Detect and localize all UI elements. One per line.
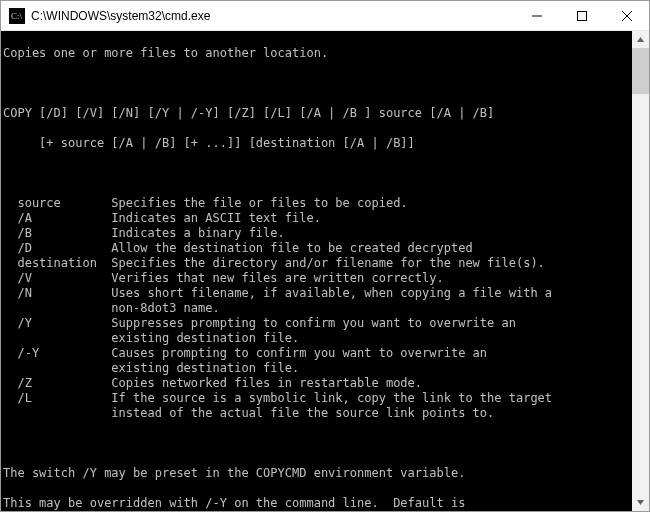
param-line: /B Indicates a binary file. <box>3 226 630 241</box>
text-line: This may be overridden with /-Y on the c… <box>3 496 630 511</box>
scroll-thumb[interactable] <box>632 48 649 94</box>
param-line: destination Specifies the directory and/… <box>3 256 630 271</box>
scroll-down-button[interactable] <box>632 494 649 511</box>
text-line: The switch /Y may be preset in the COPYC… <box>3 466 630 481</box>
titlebar[interactable]: C:\ C:\WINDOWS\system32\cmd.exe <box>1 1 649 31</box>
syntax-line: COPY [/D] [/V] [/N] [/Y | /-Y] [/Z] [/L]… <box>3 106 630 121</box>
param-line: /A Indicates an ASCII text file. <box>3 211 630 226</box>
svg-marker-7 <box>637 500 644 505</box>
param-line: /Z Copies networked files in restartable… <box>3 376 630 391</box>
text-line: Copies one or more files to another loca… <box>3 46 630 61</box>
param-line: /N Uses short filename, if available, wh… <box>3 286 630 301</box>
close-button[interactable] <box>604 1 649 31</box>
param-line: existing destination file. <box>3 331 630 346</box>
param-line: /-Y Causes prompting to confirm you want… <box>3 346 630 361</box>
param-line: /D Allow the destination file to be crea… <box>3 241 630 256</box>
param-line: existing destination file. <box>3 361 630 376</box>
maximize-button[interactable] <box>559 1 604 31</box>
blank-line <box>3 166 630 181</box>
param-line: instead of the actual file the source li… <box>3 406 630 421</box>
svg-rect-3 <box>577 12 586 21</box>
svg-text:C:\: C:\ <box>11 11 23 21</box>
scroll-track[interactable] <box>632 48 649 494</box>
svg-marker-6 <box>637 37 644 42</box>
console-output[interactable]: Copies one or more files to another loca… <box>1 31 632 511</box>
blank-line <box>3 436 630 451</box>
scroll-up-button[interactable] <box>632 31 649 48</box>
window-controls <box>514 1 649 30</box>
param-line: /L If the source is a symbolic link, cop… <box>3 391 630 406</box>
window-title: C:\WINDOWS\system32\cmd.exe <box>31 9 514 23</box>
syntax-line: [+ source [/A | /B] [+ ...]] [destinatio… <box>3 136 630 151</box>
vertical-scrollbar[interactable] <box>632 31 649 511</box>
param-line: non-8dot3 name. <box>3 301 630 316</box>
param-line: source Specifies the file or files to be… <box>3 196 630 211</box>
param-line: /Y Suppresses prompting to confirm you w… <box>3 316 630 331</box>
param-line: /V Verifies that new files are written c… <box>3 271 630 286</box>
cmd-icon: C:\ <box>9 8 25 24</box>
minimize-button[interactable] <box>514 1 559 31</box>
blank-line <box>3 76 630 91</box>
console-area: Copies one or more files to another loca… <box>1 31 649 511</box>
